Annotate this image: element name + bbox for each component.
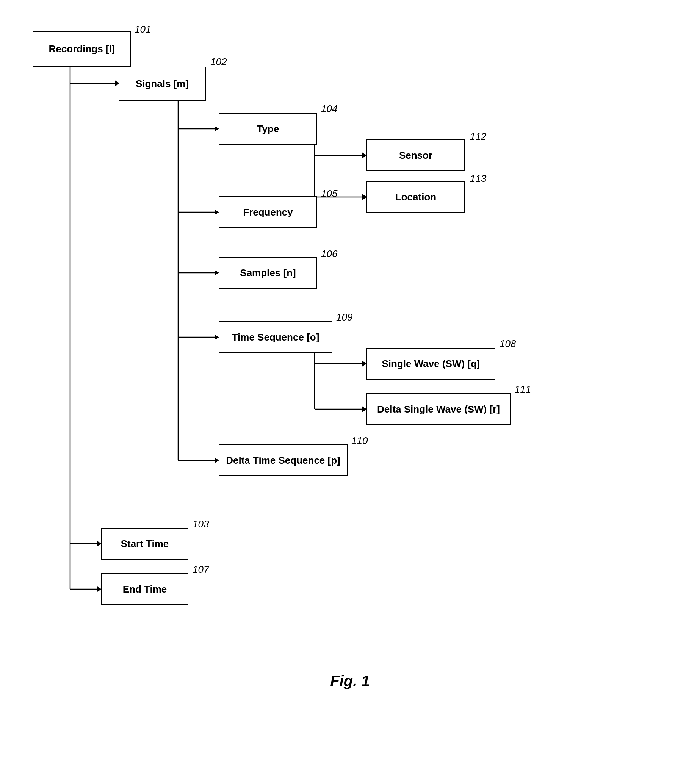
connector-lines	[0, 0, 700, 720]
delta-single-wave-label: Delta Single Wave (SW) [r]	[377, 403, 500, 415]
signals-ref: 102	[210, 56, 226, 68]
end-time-ref: 107	[192, 564, 209, 576]
location-node: Location	[366, 181, 465, 213]
frequency-node: Frequency	[219, 196, 317, 228]
signals-node: Signals [m]	[119, 67, 206, 101]
recordings-label: Recordings [l]	[49, 43, 115, 55]
type-ref: 104	[321, 103, 337, 115]
time-sequence-node: Time Sequence [o]	[219, 321, 332, 353]
delta-single-wave-ref: 111	[515, 384, 531, 395]
location-ref: 113	[470, 173, 486, 184]
delta-time-seq-ref: 110	[351, 435, 368, 447]
single-wave-node: Single Wave (SW) [q]	[366, 348, 495, 380]
sensor-node: Sensor	[366, 140, 465, 171]
recordings-node: Recordings [l]	[33, 31, 131, 67]
samples-node: Samples [n]	[219, 257, 317, 289]
delta-time-seq-node: Delta Time Sequence [p]	[219, 444, 348, 476]
type-label: Type	[257, 123, 279, 135]
samples-ref: 106	[321, 248, 337, 260]
start-time-ref: 103	[192, 518, 209, 530]
frequency-label: Frequency	[243, 207, 293, 218]
signals-label: Signals [m]	[136, 78, 189, 90]
figure-label: Fig. 1	[330, 672, 370, 690]
delta-time-seq-label: Delta Time Sequence [p]	[226, 455, 340, 467]
single-wave-ref: 108	[500, 338, 516, 350]
single-wave-label: Single Wave (SW) [q]	[382, 358, 480, 370]
sensor-ref: 112	[470, 131, 486, 142]
time-sequence-label: Time Sequence [o]	[232, 332, 319, 343]
time-sequence-ref: 109	[336, 311, 352, 323]
recordings-ref: 101	[135, 23, 151, 35]
location-label: Location	[395, 191, 436, 203]
start-time-node: Start Time	[101, 528, 188, 560]
end-time-label: End Time	[123, 584, 167, 595]
delta-single-wave-node: Delta Single Wave (SW) [r]	[366, 393, 511, 425]
sensor-label: Sensor	[399, 150, 432, 161]
end-time-node: End Time	[101, 573, 188, 605]
frequency-ref: 105	[321, 188, 337, 200]
diagram: Recordings [l] 101 Signals [m] 102 Type …	[0, 0, 700, 720]
start-time-label: Start Time	[121, 538, 169, 550]
type-node: Type	[219, 113, 317, 145]
samples-label: Samples [n]	[240, 267, 296, 279]
